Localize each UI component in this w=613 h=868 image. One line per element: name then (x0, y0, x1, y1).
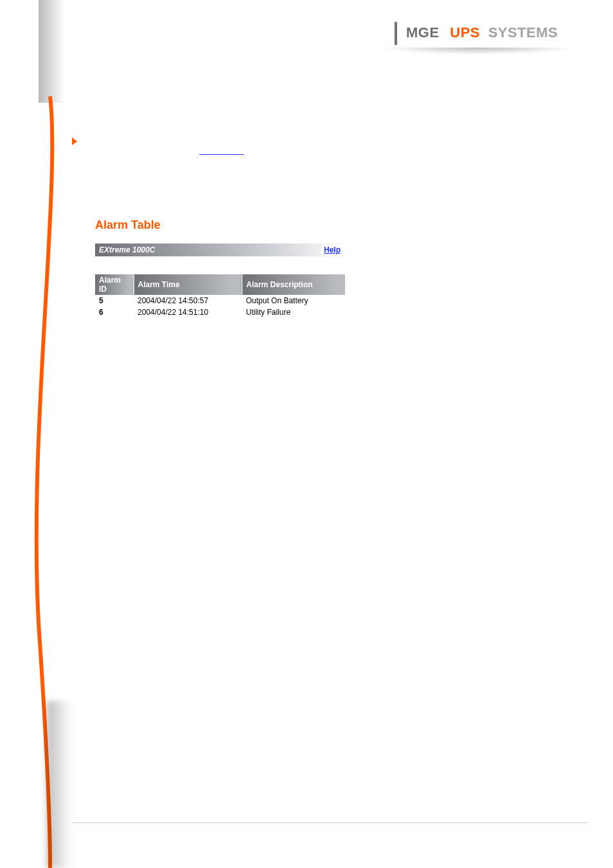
table-row: 6 2004/04/22 14:51:10 Utility Failure (95, 306, 346, 318)
panel-title: Alarm Table (95, 218, 346, 232)
table-row: 5 2004/04/22 14:50:57 Output On Battery (95, 295, 346, 306)
svg-rect-0 (39, 0, 64, 103)
cell-desc: Utility Failure (242, 306, 346, 318)
alarm-panel: Alarm Table EXtreme 1000C Help Alarm ID … (95, 218, 346, 318)
cell-time: 2004/04/22 14:51:10 (134, 306, 242, 318)
bullet-icon (72, 137, 77, 145)
brand-part-ups: UPS (450, 24, 480, 40)
alarm-table: Alarm ID Alarm Time Alarm Description 5 … (95, 274, 346, 318)
col-alarm-time: Alarm Time (134, 274, 242, 295)
help-link[interactable]: Help (321, 245, 343, 254)
cell-time: 2004/04/22 14:50:57 (134, 295, 242, 306)
cell-id: 6 (95, 306, 134, 318)
device-name: EXtreme 1000C (99, 245, 155, 254)
cell-desc: Output On Battery (242, 295, 346, 306)
brand-part-systems: SYSTEMS (488, 24, 558, 40)
device-bar: EXtreme 1000C Help (95, 244, 346, 256)
left-shadow (46, 701, 72, 868)
col-alarm-id: Alarm ID (95, 274, 134, 295)
footer-divider (72, 822, 587, 823)
brand-part-mge: MGE (406, 24, 440, 40)
cell-id: 5 (95, 295, 134, 306)
inline-link[interactable] (199, 153, 244, 155)
col-alarm-desc: Alarm Description (242, 274, 346, 295)
brand-logo: MGE UPS SYSTEMS (395, 22, 568, 49)
